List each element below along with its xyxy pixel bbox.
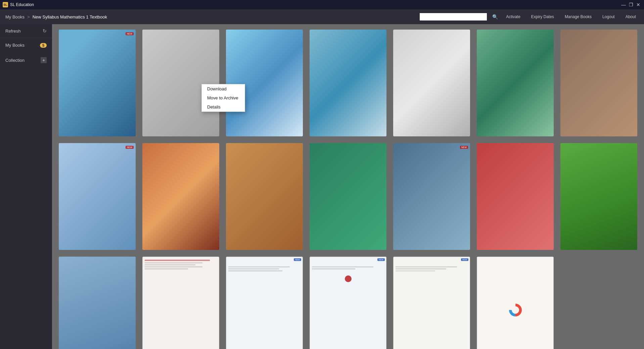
list-item[interactable]: NEW [59,143,136,250]
search-input[interactable] [420,13,487,20]
sidebar-item-my-books[interactable]: My Books 5 [0,38,52,52]
list-item[interactable] [477,143,554,250]
sidebar-collection-left: Collection [5,58,25,63]
list-item[interactable] [310,30,386,136]
app-icon: SL [3,2,8,7]
titlebar: SL SL Education — ❐ ✕ [0,0,644,9]
list-item[interactable]: NEW [59,30,136,136]
context-menu-details[interactable]: Details [226,102,245,112]
list-item[interactable] [560,143,637,250]
breadcrumb-separator: > [27,14,30,19]
breadcrumb: My Books > New Syllabus Mathematics 1 Te… [5,14,413,19]
book-content-area: NEW Download Move to Archive Details [52,24,644,349]
list-item[interactable] [142,143,219,250]
add-collection-button[interactable]: + [41,57,47,63]
context-menu-archive[interactable]: Move to Archive [226,93,245,102]
refresh-button[interactable]: Refresh ↻ [0,24,52,38]
list-item[interactable] [226,143,303,250]
list-item[interactable] [477,30,554,136]
list-item[interactable]: NEW [393,257,470,349]
about-button[interactable]: About [623,13,639,20]
sidebar-item-collection[interactable]: Collection + [0,52,52,68]
list-item[interactable] [142,30,219,136]
list-item[interactable]: NEW [226,257,303,349]
sidebar-item-left: My Books [5,43,25,48]
list-item[interactable] [59,257,136,349]
list-item[interactable]: NEW [310,257,386,349]
list-item[interactable] [477,257,554,349]
minimize-button[interactable]: — [620,2,627,8]
my-books-label: My Books [5,43,25,48]
context-menu: Download Move to Archive Details [226,84,245,112]
toolbar-right: 🔍 Activate Expiry Dates Manage Books Log… [420,13,639,20]
refresh-label: Refresh [5,29,21,34]
main-layout: Refresh ↻ My Books 5 Collection + NEW [0,24,644,349]
maximize-button[interactable]: ❐ [628,2,634,8]
sidebar: Refresh ↻ My Books 5 Collection + [0,24,52,349]
list-item[interactable] [310,143,386,250]
context-menu-download[interactable]: Download [226,84,245,93]
manage-books-button[interactable]: Manage Books [562,13,594,20]
titlebar-controls: — ❐ ✕ [620,2,641,8]
titlebar-left: SL SL Education [3,2,34,7]
expiry-dates-button[interactable]: Expiry Dates [528,13,557,20]
book-grid: NEW Download Move to Archive Details [59,30,637,349]
search-icon[interactable]: 🔍 [492,14,498,19]
collection-label: Collection [5,58,25,63]
list-item[interactable]: Download Move to Archive Details [226,30,303,136]
list-item[interactable] [560,30,637,136]
my-books-badge: 5 [40,43,47,48]
close-button[interactable]: ✕ [635,2,641,8]
app-title: SL Education [10,2,34,7]
activate-button[interactable]: Activate [503,13,523,20]
refresh-icon: ↻ [43,28,47,34]
breadcrumb-my-books[interactable]: My Books [5,14,25,19]
list-item[interactable] [393,30,470,136]
list-item[interactable]: NEW [393,143,470,250]
breadcrumb-current: New Syllabus Mathematics 1 Textbook [33,14,107,19]
list-item[interactable] [142,257,219,349]
logout-button[interactable]: Logout [600,13,617,20]
toolbar: My Books > New Syllabus Mathematics 1 Te… [0,9,644,24]
